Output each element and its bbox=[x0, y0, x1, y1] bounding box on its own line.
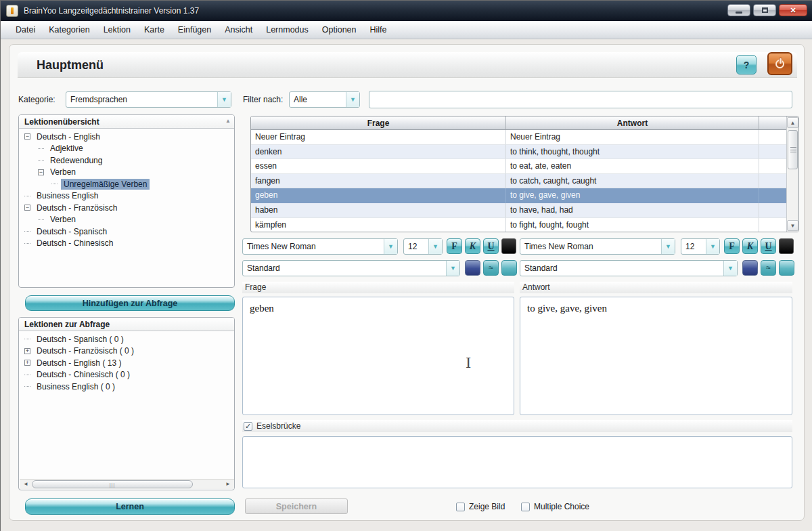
table-cell[interactable] bbox=[759, 174, 786, 189]
tree-item[interactable]: Deutsch - Spanisch bbox=[19, 226, 234, 238]
antwort-italic-button[interactable]: K bbox=[742, 238, 758, 254]
tree-item-label[interactable]: Unregelmäßige Verben bbox=[61, 179, 150, 190]
scrollbar-thumb[interactable]: ||| bbox=[32, 480, 193, 488]
tree-item-label[interactable]: Redewendung bbox=[47, 155, 105, 166]
menu-item[interactable]: Lektion bbox=[97, 22, 137, 37]
antwort-fontsize-dropdown[interactable]: 12 ▼ bbox=[681, 238, 720, 255]
chevron-down-icon[interactable]: ▼ bbox=[384, 239, 397, 254]
table-cell[interactable] bbox=[759, 188, 786, 203]
table-row[interactable]: Neuer EintragNeuer Eintrag bbox=[251, 130, 798, 145]
zeige-bild-checkbox[interactable] bbox=[456, 503, 465, 511]
frage-insert-media-button[interactable] bbox=[483, 260, 499, 276]
table-cell[interactable]: Neuer Eintrag bbox=[506, 130, 759, 145]
table-cell[interactable]: to eat, ate, eaten bbox=[506, 159, 759, 174]
tree-item[interactable]: Verben bbox=[19, 214, 234, 226]
tree-item-label[interactable]: Deutsch - Französisch bbox=[34, 203, 120, 213]
table-row[interactable]: essento eat, ate, eaten bbox=[251, 159, 798, 174]
menu-item[interactable]: Lernmodus bbox=[259, 22, 315, 37]
expand-icon[interactable]: + bbox=[24, 360, 30, 366]
tree-item-label[interactable]: Deutsch - Spanisch bbox=[34, 226, 110, 237]
frage-font-dropdown[interactable]: Times New Roman ▼ bbox=[242, 238, 398, 255]
frage-fontsize-dropdown[interactable]: 12 ▼ bbox=[403, 238, 443, 255]
table-cell[interactable]: to give, gave, given bbox=[506, 188, 759, 203]
chevron-down-icon[interactable]: ▼ bbox=[346, 92, 359, 107]
table-cell[interactable] bbox=[759, 203, 786, 218]
up-arrow-icon[interactable]: ▲ bbox=[225, 118, 231, 124]
frage-clear-format-button[interactable] bbox=[501, 260, 517, 276]
table-cell[interactable]: Neuer Eintrag bbox=[251, 130, 506, 145]
tree-item[interactable]: −Deutsch - Französisch bbox=[19, 202, 234, 214]
chevron-down-icon[interactable]: ▼ bbox=[706, 239, 719, 254]
filter-dropdown[interactable]: Alle ▼ bbox=[289, 91, 360, 108]
tree-item[interactable]: Unregelmäßige Verben bbox=[19, 178, 234, 190]
close-button[interactable]: ✕ bbox=[779, 4, 807, 16]
mnemonic-textarea[interactable] bbox=[242, 436, 792, 488]
column-header-extra[interactable] bbox=[759, 116, 786, 129]
table-row[interactable]: gebento give, gave, given bbox=[251, 188, 798, 203]
table-vertical-scrollbar[interactable]: ▲ ▼ bbox=[786, 116, 798, 232]
antwort-insert-media-button[interactable] bbox=[761, 260, 776, 276]
table-cell[interactable] bbox=[759, 159, 786, 174]
chevron-down-icon[interactable]: ▼ bbox=[217, 92, 231, 107]
tree-item-label[interactable]: Deutsch - Spanisch ( 0 ) bbox=[34, 334, 127, 345]
tree-item[interactable]: Business English bbox=[19, 190, 234, 203]
chevron-down-icon[interactable]: ▼ bbox=[446, 261, 459, 276]
antwort-bold-button[interactable]: F bbox=[724, 238, 740, 254]
scroll-up-icon[interactable]: ▲ bbox=[787, 117, 798, 128]
table-cell[interactable] bbox=[759, 218, 786, 232]
frage-italic-button[interactable]: K bbox=[465, 238, 480, 254]
antwort-editor[interactable]: to give, gave, given bbox=[520, 297, 792, 415]
exit-button[interactable] bbox=[767, 52, 792, 75]
add-to-query-button[interactable]: Hinzufügen zur Abfrage bbox=[25, 295, 235, 311]
collapse-icon[interactable]: − bbox=[24, 133, 30, 140]
table-row[interactable]: kämpfento fight, fought, fought bbox=[251, 218, 798, 232]
table-cell[interactable]: to have, had, had bbox=[506, 203, 759, 218]
table-cell[interactable] bbox=[759, 145, 786, 160]
tree-item-label[interactable]: Deutsch - English bbox=[34, 131, 103, 142]
column-header-frage[interactable]: Frage bbox=[251, 116, 506, 129]
tree-item-label[interactable]: Deutsch - Chinesisch ( 0 ) bbox=[34, 369, 133, 380]
tree-item[interactable]: Business English ( 0 ) bbox=[19, 381, 234, 393]
table-cell[interactable]: denken bbox=[251, 145, 506, 160]
multiple-choice-checkbox[interactable] bbox=[521, 503, 530, 511]
table-row[interactable]: fangento catch, caught, caught bbox=[251, 174, 798, 189]
save-button[interactable]: Speichern bbox=[245, 498, 348, 514]
tree-item-label[interactable]: Deutsch - Französisch ( 0 ) bbox=[34, 345, 137, 356]
expand-icon[interactable]: + bbox=[24, 348, 30, 354]
scrollbar-thumb[interactable] bbox=[788, 130, 798, 169]
mnemonic-checkbox[interactable]: ✓ bbox=[244, 422, 252, 431]
table-row[interactable]: habento have, had, had bbox=[251, 203, 798, 218]
tree-item-label[interactable]: Verben bbox=[47, 167, 78, 177]
tree-item[interactable]: Adjektive bbox=[19, 143, 234, 155]
menu-item[interactable]: Kategorien bbox=[42, 22, 96, 37]
maximize-button[interactable] bbox=[753, 4, 776, 16]
menu-item[interactable]: Hilfe bbox=[363, 22, 394, 37]
table-cell[interactable]: fangen bbox=[251, 174, 506, 189]
antwort-font-color-button[interactable] bbox=[779, 238, 794, 254]
menu-item[interactable]: Ansicht bbox=[218, 22, 259, 37]
collapse-icon[interactable]: − bbox=[24, 205, 30, 211]
frage-bold-button[interactable]: F bbox=[447, 238, 462, 254]
table-cell[interactable]: geben bbox=[251, 188, 506, 203]
tree-item[interactable]: +Deutsch - English ( 13 ) bbox=[19, 357, 234, 369]
tree-item-label[interactable]: Business English bbox=[34, 190, 101, 201]
frage-background-color-button[interactable] bbox=[465, 260, 480, 276]
help-button[interactable]: ? bbox=[736, 55, 757, 75]
collapse-icon[interactable]: − bbox=[38, 169, 44, 175]
menu-item[interactable]: Datei bbox=[9, 22, 42, 37]
tree-item-label[interactable]: Deutsch - English ( 13 ) bbox=[34, 358, 124, 368]
table-cell[interactable]: to think, thought, thought bbox=[506, 145, 759, 160]
table-cell[interactable]: kämpfen bbox=[251, 218, 506, 232]
table-cell[interactable]: haben bbox=[251, 203, 506, 218]
frage-font-color-button[interactable] bbox=[501, 238, 516, 254]
frage-editor[interactable]: geben bbox=[242, 297, 514, 415]
column-header-antwort[interactable]: Antwort bbox=[506, 116, 759, 129]
chevron-down-icon[interactable]: ▼ bbox=[428, 239, 442, 254]
chevron-down-icon[interactable]: ▼ bbox=[723, 261, 737, 276]
antwort-font-dropdown[interactable]: Times New Roman ▼ bbox=[520, 238, 675, 255]
tree-item[interactable]: −Verben bbox=[19, 167, 234, 179]
antwort-clear-format-button[interactable] bbox=[779, 260, 794, 276]
tree-item-label[interactable]: Adjektive bbox=[47, 143, 86, 154]
antwort-background-color-button[interactable] bbox=[742, 260, 758, 276]
search-input[interactable] bbox=[369, 91, 792, 108]
